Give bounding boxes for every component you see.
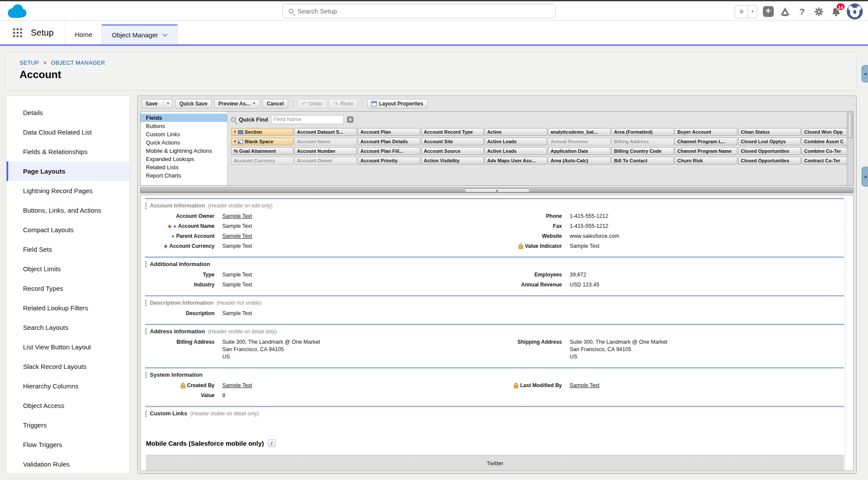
save-button[interactable]: Save ▼ (142, 99, 173, 108)
save-dropdown-icon[interactable]: ▼ (163, 99, 172, 108)
quick-find-input[interactable] (271, 115, 344, 124)
sidebar-item-details[interactable]: Details (7, 103, 130, 122)
palette-field-account-number[interactable]: Account Number (294, 147, 357, 155)
palette-field-goal-attainment[interactable]: % Goal Attainment (231, 147, 294, 155)
palette-field-account-dataset-s[interactable]: Account Dataset S... (294, 128, 357, 136)
layout-field-row-type[interactable]: TypeSample Text (145, 270, 492, 280)
palette-scrollbar-thumb[interactable] (848, 113, 852, 138)
palette-collapse-tab[interactable]: ◀ (861, 167, 868, 187)
section-drag-handle-icon[interactable] (145, 261, 147, 267)
palette-category-report-charts[interactable]: Report Charts (141, 171, 227, 180)
layout-field-row-industry[interactable]: IndustrySample Text (145, 280, 492, 290)
breadcrumb-object-manager-link[interactable]: OBJECT MANAGER (51, 59, 105, 66)
palette-field-buyer-account[interactable]: Buyer Account (675, 128, 737, 136)
palette-field-channel-program-l[interactable]: Channel Program L... (675, 138, 737, 145)
layout-field-row-value[interactable]: Value8 (145, 391, 492, 401)
undo-button[interactable]: ↶ Undo (297, 99, 327, 108)
palette-category-buttons[interactable]: Buttons (141, 122, 227, 130)
layout-field-row-fax[interactable]: Fax1-415-555-1212 (492, 221, 840, 231)
sidebar-item-compact-layouts[interactable]: Compact Layouts (7, 220, 130, 240)
palette-category-related-lists[interactable]: Related Lists (141, 163, 227, 171)
palette-field-blank-space[interactable]: +Blank Space (231, 138, 294, 145)
notifications-bell-icon[interactable]: 14 (830, 5, 842, 18)
palette-field-active-leads[interactable]: Active Leads (485, 147, 547, 155)
layout-properties-button[interactable]: Layout Properties (367, 99, 428, 108)
sidebar-item-page-layouts[interactable]: Page Layouts (7, 161, 130, 181)
section-drag-handle-icon[interactable] (145, 372, 147, 378)
palette-field-account-plan-fill[interactable]: Account Plan Fill... (358, 147, 420, 155)
palette-field-annual-revenue[interactable]: Annual Revenue (548, 138, 611, 145)
favorites-dropdown-icon[interactable]: ▼ (748, 6, 757, 18)
sidebar-item-record-types[interactable]: Record Types (7, 279, 130, 298)
tab-object-manager[interactable]: Object Manager (102, 24, 178, 44)
layout-field-row-annual-revenue[interactable]: Annual RevenueUSD 123.45 (492, 280, 840, 290)
palette-field-clean-status[interactable]: Clean Status (738, 128, 801, 136)
palette-field-account-site[interactable]: Account Site (421, 138, 484, 145)
global-search[interactable] (282, 4, 556, 18)
sidebar-item-buttons-links-and-actions[interactable]: Buttons, Links, and Actions (7, 201, 130, 220)
palette-field-account-owner[interactable]: Account Owner (294, 157, 357, 164)
sidebar-item-object-limits[interactable]: Object Limits (7, 259, 130, 279)
layout-field-row-account-name[interactable]: ★●Account NameSample Text (145, 221, 492, 231)
layout-field-row-value-indicator[interactable]: Value IndicatorSample Text (492, 241, 840, 251)
palette-field-closed-opportunities[interactable]: Closed Opportunities (738, 157, 801, 164)
palette-field-account-priority[interactable]: Account Priority (358, 157, 420, 164)
redo-button[interactable]: ↷ Redo (329, 99, 358, 108)
palette-field-account-name[interactable]: Account Name (294, 138, 357, 145)
layout-field-row-parent-account[interactable]: ●Parent AccountSample Text (145, 231, 492, 241)
layout-field-row-billing-address[interactable]: Billing AddressSuite 300, The Landmark @… (145, 337, 492, 362)
palette-field-combine-asset-c[interactable]: Combine Asset C (802, 138, 853, 145)
palette-field-combine-co-ter[interactable]: Combine Co-Ter (802, 147, 853, 155)
app-launcher-icon[interactable] (13, 28, 22, 37)
palette-field-area-formatted[interactable]: Area (Formatted) (611, 128, 674, 136)
sidebar-item-hierarchy-columns[interactable]: Hierarchy Columns (7, 376, 130, 396)
palette-field-billing-address[interactable]: Billing Address (611, 138, 674, 145)
layout-field-row-website[interactable]: Websitewww.salesforce.com (492, 231, 840, 241)
palette-category-expanded-lookups[interactable]: Expanded Lookups (141, 155, 227, 163)
section-drag-handle-icon[interactable] (145, 203, 147, 209)
avatar[interactable] (847, 3, 863, 20)
breadcrumb-setup-link[interactable]: SETUP (20, 59, 39, 66)
palette-field-billing-country-code[interactable]: Billing Country Code (611, 147, 674, 155)
layout-field-row-employees[interactable]: Employees39,672 (492, 270, 840, 280)
sidebar-item-data-cloud-related-list[interactable]: Data Cloud Related List (7, 122, 130, 142)
sidebar-item-list-view-button-layout[interactable]: List View Button Layout (7, 337, 130, 357)
layout-field-row-shipping-address[interactable]: Shipping AddressSuite 300, The Landmark … (492, 337, 840, 362)
palette-collapse-handle[interactable]: ▲ (465, 188, 530, 192)
sidebar-item-flow-triggers[interactable]: Flow Triggers (7, 435, 130, 454)
palette-field-bill-to-contact[interactable]: Bill To Contact (611, 157, 674, 164)
setup-gear-icon[interactable] (813, 5, 825, 18)
section-drag-handle-icon[interactable] (145, 300, 147, 306)
palette-category-quick-actions[interactable]: Quick Actions (141, 138, 227, 147)
preview-as-button[interactable]: Preview As... ▼ (214, 99, 261, 108)
info-icon[interactable]: i (268, 439, 276, 447)
palette-field-active-leads[interactable]: Active Leads (485, 138, 547, 145)
layout-field-row-created-by[interactable]: Created BySample Text (145, 381, 492, 391)
palette-category-custom-links[interactable]: Custom Links (141, 130, 227, 138)
favorites-star-icon[interactable]: ★ (735, 6, 748, 18)
layout-field-row-account-currency[interactable]: ★Account CurrencySample Text (145, 241, 492, 251)
help-icon[interactable]: ? (796, 5, 808, 18)
palette-field-account-source[interactable]: Account Source (421, 147, 484, 155)
search-input[interactable] (297, 7, 532, 15)
palette-field-area-auto-calc[interactable]: Area (Auto-Calc) (548, 157, 611, 164)
guidance-center-icon[interactable] (779, 5, 791, 18)
palette-category-fields[interactable]: Fields (141, 114, 227, 122)
sidebar-item-field-sets[interactable]: Field Sets (7, 240, 130, 259)
palette-field-channel-program-name[interactable]: Channel Program Name (675, 147, 737, 155)
palette-field-application-date[interactable]: Application Date (548, 147, 611, 155)
layout-field-row-account-owner[interactable]: Account OwnerSample Text (145, 211, 492, 221)
palette-field-churn-risk[interactable]: Churn Risk (675, 157, 737, 164)
sidebar-item-object-access[interactable]: Object Access (7, 396, 130, 415)
palette-field-closed-lost-opptys[interactable]: Closed Lost Opptys (738, 138, 801, 145)
layout-field-row-last-modified-by[interactable]: Last Modified BySample Text (492, 381, 840, 391)
palette-field-active[interactable]: Active (485, 128, 547, 136)
palette-field-section[interactable]: +Section (231, 128, 294, 136)
sidebar-item-search-layouts[interactable]: Search Layouts (7, 318, 130, 337)
favorites-combo[interactable]: ★ ▼ (735, 5, 757, 18)
palette-field-account-record-type[interactable]: Account Record Type (421, 128, 484, 136)
palette-field-account-plan-details[interactable]: Account Plan Details (358, 138, 420, 145)
quick-save-button[interactable]: Quick Save (175, 99, 212, 108)
palette-category-mobile-lightning-actions[interactable]: Mobile & Lightning Actions (141, 147, 227, 155)
section-drag-handle-icon[interactable] (145, 411, 147, 417)
